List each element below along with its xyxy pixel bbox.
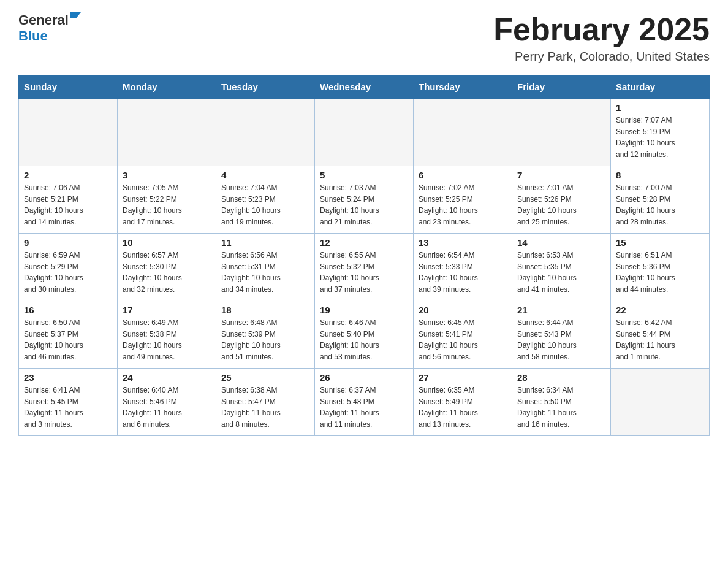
calendar-cell: 25Sunrise: 6:38 AM Sunset: 5:47 PM Dayli… bbox=[216, 369, 315, 436]
day-info: Sunrise: 6:38 AM Sunset: 5:47 PM Dayligh… bbox=[221, 385, 309, 430]
day-number: 20 bbox=[419, 305, 507, 315]
day-number: 8 bbox=[616, 170, 704, 180]
day-info: Sunrise: 6:45 AM Sunset: 5:41 PM Dayligh… bbox=[419, 317, 507, 362]
page-header: General Blue February 2025 Perry Park, C… bbox=[18, 12, 710, 64]
day-info: Sunrise: 7:06 AM Sunset: 5:21 PM Dayligh… bbox=[24, 182, 112, 228]
weekday-header-sunday: Sunday bbox=[19, 75, 118, 99]
day-info: Sunrise: 6:44 AM Sunset: 5:43 PM Dayligh… bbox=[517, 317, 605, 362]
day-info: Sunrise: 7:07 AM Sunset: 5:19 PM Dayligh… bbox=[616, 115, 704, 160]
calendar-cell bbox=[611, 369, 710, 436]
calendar-cell: 1Sunrise: 7:07 AM Sunset: 5:19 PM Daylig… bbox=[611, 99, 710, 166]
day-number: 17 bbox=[123, 305, 211, 315]
calendar-table: SundayMondayTuesdayWednesdayThursdayFrid… bbox=[18, 75, 710, 436]
location-text: Perry Park, Colorado, United States bbox=[493, 50, 710, 64]
day-info: Sunrise: 6:51 AM Sunset: 5:36 PM Dayligh… bbox=[616, 250, 704, 295]
calendar-cell: 9Sunrise: 6:59 AM Sunset: 5:29 PM Daylig… bbox=[19, 234, 118, 301]
day-info: Sunrise: 7:05 AM Sunset: 5:22 PM Dayligh… bbox=[123, 182, 211, 228]
calendar-cell: 6Sunrise: 7:02 AM Sunset: 5:25 PM Daylig… bbox=[414, 166, 512, 234]
day-number: 6 bbox=[419, 170, 507, 180]
logo-general-text: General bbox=[18, 12, 69, 28]
day-number: 28 bbox=[517, 372, 605, 383]
day-info: Sunrise: 7:01 AM Sunset: 5:26 PM Dayligh… bbox=[517, 182, 605, 228]
day-number: 18 bbox=[221, 305, 309, 315]
day-number: 10 bbox=[123, 237, 211, 248]
day-info: Sunrise: 6:37 AM Sunset: 5:48 PM Dayligh… bbox=[320, 385, 408, 430]
calendar-cell bbox=[414, 99, 512, 166]
day-info: Sunrise: 6:49 AM Sunset: 5:38 PM Dayligh… bbox=[123, 317, 211, 362]
calendar-cell: 5Sunrise: 7:03 AM Sunset: 5:24 PM Daylig… bbox=[315, 166, 414, 234]
calendar-week-row: 16Sunrise: 6:50 AM Sunset: 5:37 PM Dayli… bbox=[19, 301, 710, 369]
day-number: 7 bbox=[517, 170, 605, 180]
calendar-cell bbox=[19, 99, 118, 166]
day-info: Sunrise: 6:56 AM Sunset: 5:31 PM Dayligh… bbox=[221, 250, 309, 295]
calendar-week-row: 1Sunrise: 7:07 AM Sunset: 5:19 PM Daylig… bbox=[19, 99, 710, 166]
day-number: 16 bbox=[24, 305, 112, 315]
day-number: 2 bbox=[24, 170, 112, 180]
day-info: Sunrise: 7:03 AM Sunset: 5:24 PM Dayligh… bbox=[320, 182, 408, 228]
day-number: 5 bbox=[320, 170, 408, 180]
weekday-header-friday: Friday bbox=[512, 75, 611, 99]
calendar-cell: 4Sunrise: 7:04 AM Sunset: 5:23 PM Daylig… bbox=[216, 166, 315, 234]
day-number: 1 bbox=[616, 102, 704, 113]
weekday-header-tuesday: Tuesday bbox=[216, 75, 315, 99]
day-info: Sunrise: 6:48 AM Sunset: 5:39 PM Dayligh… bbox=[221, 317, 309, 362]
day-info: Sunrise: 7:02 AM Sunset: 5:25 PM Dayligh… bbox=[419, 182, 507, 228]
calendar-cell bbox=[118, 99, 216, 166]
weekday-header-wednesday: Wednesday bbox=[315, 75, 414, 99]
day-info: Sunrise: 6:55 AM Sunset: 5:32 PM Dayligh… bbox=[320, 250, 408, 295]
day-number: 13 bbox=[419, 237, 507, 248]
calendar-cell: 2Sunrise: 7:06 AM Sunset: 5:21 PM Daylig… bbox=[19, 166, 118, 234]
day-number: 21 bbox=[517, 305, 605, 315]
calendar-cell: 21Sunrise: 6:44 AM Sunset: 5:43 PM Dayli… bbox=[512, 301, 611, 369]
calendar-header-row: SundayMondayTuesdayWednesdayThursdayFrid… bbox=[19, 75, 710, 99]
calendar-cell: 20Sunrise: 6:45 AM Sunset: 5:41 PM Dayli… bbox=[414, 301, 512, 369]
calendar-cell: 14Sunrise: 6:53 AM Sunset: 5:35 PM Dayli… bbox=[512, 234, 611, 301]
calendar-cell: 28Sunrise: 6:34 AM Sunset: 5:50 PM Dayli… bbox=[512, 369, 611, 436]
calendar-cell: 24Sunrise: 6:40 AM Sunset: 5:46 PM Dayli… bbox=[118, 369, 216, 436]
day-info: Sunrise: 6:40 AM Sunset: 5:46 PM Dayligh… bbox=[123, 385, 211, 430]
day-number: 27 bbox=[419, 372, 507, 383]
calendar-cell: 26Sunrise: 6:37 AM Sunset: 5:48 PM Dayli… bbox=[315, 369, 414, 436]
calendar-cell: 22Sunrise: 6:42 AM Sunset: 5:44 PM Dayli… bbox=[611, 301, 710, 369]
calendar-cell: 3Sunrise: 7:05 AM Sunset: 5:22 PM Daylig… bbox=[118, 166, 216, 234]
calendar-week-row: 2Sunrise: 7:06 AM Sunset: 5:21 PM Daylig… bbox=[19, 166, 710, 234]
calendar-cell: 15Sunrise: 6:51 AM Sunset: 5:36 PM Dayli… bbox=[611, 234, 710, 301]
calendar-cell: 18Sunrise: 6:48 AM Sunset: 5:39 PM Dayli… bbox=[216, 301, 315, 369]
day-info: Sunrise: 6:59 AM Sunset: 5:29 PM Dayligh… bbox=[24, 250, 112, 295]
title-block: February 2025 Perry Park, Colorado, Unit… bbox=[493, 12, 710, 64]
day-info: Sunrise: 6:50 AM Sunset: 5:37 PM Dayligh… bbox=[24, 317, 112, 362]
calendar-cell: 17Sunrise: 6:49 AM Sunset: 5:38 PM Dayli… bbox=[118, 301, 216, 369]
weekday-header-thursday: Thursday bbox=[414, 75, 512, 99]
day-number: 4 bbox=[221, 170, 309, 180]
weekday-header-saturday: Saturday bbox=[611, 75, 710, 99]
day-number: 9 bbox=[24, 237, 112, 248]
day-info: Sunrise: 6:53 AM Sunset: 5:35 PM Dayligh… bbox=[517, 250, 605, 295]
month-title: February 2025 bbox=[493, 12, 710, 47]
day-info: Sunrise: 6:46 AM Sunset: 5:40 PM Dayligh… bbox=[320, 317, 408, 362]
day-number: 25 bbox=[221, 372, 309, 383]
logo: General Blue bbox=[18, 12, 83, 44]
logo-flag-icon bbox=[70, 12, 83, 26]
logo-blue-text: Blue bbox=[18, 28, 48, 44]
calendar-week-row: 23Sunrise: 6:41 AM Sunset: 5:45 PM Dayli… bbox=[19, 369, 710, 436]
calendar-week-row: 9Sunrise: 6:59 AM Sunset: 5:29 PM Daylig… bbox=[19, 234, 710, 301]
day-info: Sunrise: 7:00 AM Sunset: 5:28 PM Dayligh… bbox=[616, 182, 704, 228]
calendar-cell bbox=[216, 99, 315, 166]
day-info: Sunrise: 6:54 AM Sunset: 5:33 PM Dayligh… bbox=[419, 250, 507, 295]
day-info: Sunrise: 6:35 AM Sunset: 5:49 PM Dayligh… bbox=[419, 385, 507, 430]
weekday-header-monday: Monday bbox=[118, 75, 216, 99]
day-number: 23 bbox=[24, 372, 112, 383]
calendar-cell: 23Sunrise: 6:41 AM Sunset: 5:45 PM Dayli… bbox=[19, 369, 118, 436]
day-number: 3 bbox=[123, 170, 211, 180]
calendar-cell: 7Sunrise: 7:01 AM Sunset: 5:26 PM Daylig… bbox=[512, 166, 611, 234]
calendar-cell: 19Sunrise: 6:46 AM Sunset: 5:40 PM Dayli… bbox=[315, 301, 414, 369]
calendar-cell: 11Sunrise: 6:56 AM Sunset: 5:31 PM Dayli… bbox=[216, 234, 315, 301]
calendar-cell: 27Sunrise: 6:35 AM Sunset: 5:49 PM Dayli… bbox=[414, 369, 512, 436]
day-number: 24 bbox=[123, 372, 211, 383]
day-info: Sunrise: 7:04 AM Sunset: 5:23 PM Dayligh… bbox=[221, 182, 309, 228]
calendar-cell: 12Sunrise: 6:55 AM Sunset: 5:32 PM Dayli… bbox=[315, 234, 414, 301]
calendar-cell bbox=[315, 99, 414, 166]
day-info: Sunrise: 6:57 AM Sunset: 5:30 PM Dayligh… bbox=[123, 250, 211, 295]
day-number: 14 bbox=[517, 237, 605, 248]
day-info: Sunrise: 6:42 AM Sunset: 5:44 PM Dayligh… bbox=[616, 317, 704, 362]
